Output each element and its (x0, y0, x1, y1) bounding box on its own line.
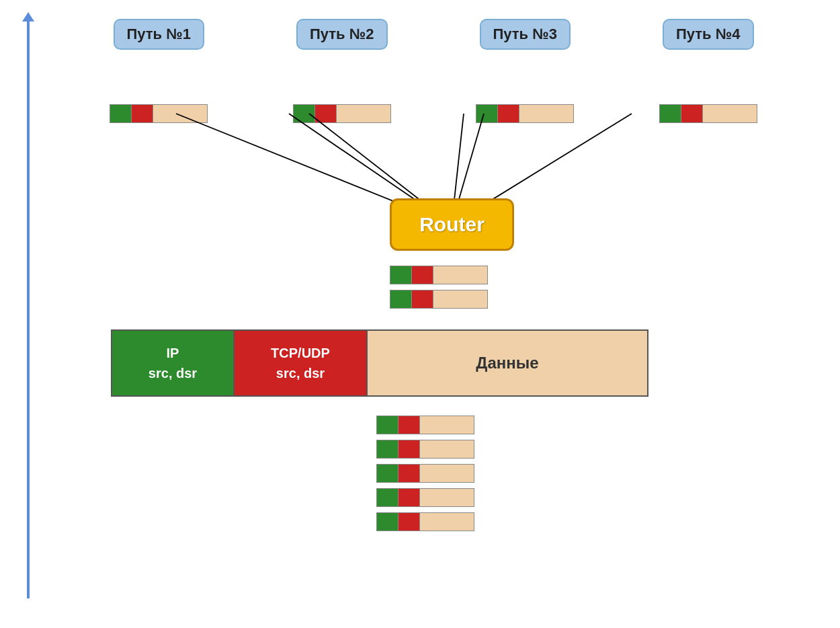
top-packet-2 (293, 104, 391, 123)
pkt-green (377, 465, 398, 482)
below-router-packet-2 (390, 290, 488, 309)
path-label-3: Путь №3 (480, 19, 571, 50)
vertical-arrow (27, 20, 30, 598)
pkt-tan (337, 105, 390, 122)
router-label: Router (419, 213, 485, 236)
pkt-green (377, 416, 398, 434)
pkt-red (315, 105, 337, 122)
bottom-packet-3 (376, 464, 474, 483)
pkt-red (398, 440, 420, 458)
bottom-packets-container (376, 416, 474, 531)
pkt-red (398, 465, 420, 482)
bottom-packet-2 (376, 440, 474, 459)
pkt-green (110, 105, 132, 122)
pkt-tan (420, 440, 474, 458)
pkt-tan (420, 465, 474, 482)
router-box: Router (390, 198, 514, 251)
legend-tcp: TCP/UDP src, dsr (233, 331, 368, 395)
pkt-green (377, 440, 398, 458)
path-labels-container: Путь №1 Путь №2 Путь №3 Путь №4 (67, 19, 800, 50)
pkt-tan (420, 513, 474, 531)
below-router-packet-1 (390, 266, 488, 284)
pkt-red (412, 266, 433, 284)
pkt-red (132, 105, 153, 122)
pkt-red (412, 290, 433, 308)
pkt-red (398, 489, 420, 506)
pkt-green (660, 105, 681, 122)
top-packet-3 (476, 104, 574, 123)
packet-legend: IP src, dsr TCP/UDP src, dsr Данные (111, 329, 648, 397)
below-router-packets (390, 266, 488, 314)
pkt-tan (703, 105, 757, 122)
pkt-green (476, 105, 498, 122)
pkt-red (498, 105, 519, 122)
top-packet-1 (110, 104, 208, 123)
pkt-tan (420, 489, 474, 506)
pkt-red (398, 416, 420, 434)
pkt-tan (420, 416, 474, 434)
bottom-packet-4 (376, 488, 474, 507)
pkt-red (681, 105, 703, 122)
pkt-green (377, 513, 398, 531)
connection-lines (0, 0, 840, 628)
pkt-green (390, 290, 412, 308)
pkt-green (390, 266, 412, 284)
path-label-1: Путь №1 (114, 19, 205, 50)
legend-data: Данные (368, 331, 647, 395)
pkt-tan (519, 105, 573, 122)
pkt-tan (153, 105, 207, 122)
bottom-packet-5 (376, 512, 474, 531)
bottom-packet-1 (376, 416, 474, 434)
path-label-2: Путь №2 (296, 19, 388, 50)
path-label-4: Путь №4 (663, 19, 754, 50)
pkt-tan (433, 290, 487, 308)
pkt-tan (433, 266, 487, 284)
legend-ip: IP src, dsr (112, 331, 233, 395)
top-packet-4 (659, 104, 757, 123)
pkt-green (294, 105, 315, 122)
pkt-green (377, 489, 398, 506)
pkt-red (398, 513, 420, 531)
top-packets-container (67, 104, 800, 123)
